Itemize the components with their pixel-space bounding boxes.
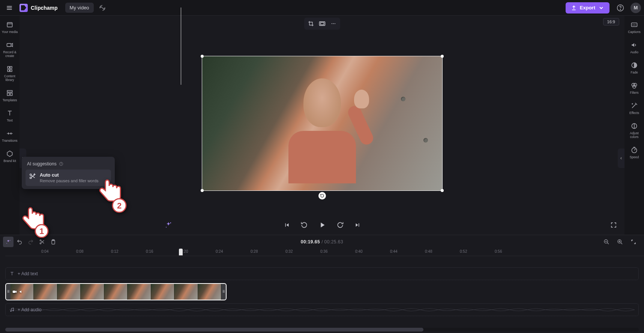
fullscreen-button[interactable] (608, 219, 619, 231)
svg-line-45 (607, 243, 609, 244)
inspector-item-adjust-colors[interactable]: Adjust colors (625, 119, 643, 142)
fit-timeline-button[interactable] (628, 237, 639, 247)
export-button[interactable]: Export (566, 2, 609, 14)
resize-handle-bottom-right[interactable] (441, 189, 444, 192)
sidebar-item-text[interactable]: Text (1, 106, 19, 125)
sidebar-label: Your media (2, 30, 18, 34)
split-button[interactable] (37, 237, 47, 247)
clip-trim-right[interactable]: ⠿ (221, 284, 226, 300)
video-clip[interactable]: ⠿ ⠿ (5, 283, 227, 300)
video-icon (12, 289, 17, 294)
svg-point-18 (331, 23, 332, 24)
sidebar-item-record-create[interactable]: Record & create (1, 38, 19, 61)
svg-rect-11 (8, 70, 9, 72)
svg-point-37 (10, 240, 11, 241)
total-time: 00:25.63 (324, 239, 344, 244)
svg-line-49 (621, 243, 622, 244)
audio-waveform-preview (9, 307, 635, 312)
tutorial-pointer-2: 2 (92, 178, 128, 213)
rewind-10-button[interactable] (299, 219, 310, 231)
svg-rect-6 (7, 22, 12, 27)
inspector-item-filters[interactable]: Filters (625, 79, 643, 98)
svg-point-29 (632, 104, 633, 104)
svg-rect-14 (7, 93, 9, 96)
volume-icon (19, 289, 24, 294)
svg-rect-15 (11, 93, 12, 96)
paste-button[interactable] (48, 237, 59, 247)
svg-point-19 (333, 23, 333, 24)
inspector-label: Effects (629, 111, 639, 115)
expand-right-panel-button[interactable] (618, 148, 624, 168)
ruler-tick: 0:28 (251, 249, 258, 254)
sync-status-icon (99, 4, 106, 11)
svg-text:1: 1 (39, 226, 44, 236)
resize-handle-top-left[interactable] (201, 55, 204, 58)
timeline-scrollbar[interactable] (5, 328, 639, 332)
sidebar-label: Templates (3, 98, 17, 102)
sidebar-item-transitions[interactable]: Transitions (1, 127, 19, 146)
sidebar-item-brand-kit[interactable]: Brand kit (1, 147, 19, 166)
aspect-ratio-selector[interactable]: 16:9 (603, 18, 619, 26)
text-icon (9, 271, 15, 276)
scissors-sparkle-icon (29, 172, 36, 180)
help-button[interactable] (614, 2, 627, 14)
export-label: Export (580, 5, 595, 10)
svg-point-36 (30, 174, 32, 176)
svg-point-28 (633, 85, 636, 88)
ai-effects-icon[interactable] (163, 219, 174, 231)
sidebar-label: Text (7, 118, 13, 122)
timeline-timecode: 00:19.65 / 00:25.63 (301, 239, 343, 244)
scrollbar-thumb[interactable] (5, 328, 423, 332)
svg-point-34 (61, 163, 61, 164)
sidebar-item-content-library[interactable]: Content library (1, 62, 19, 85)
resize-handle-top-right[interactable] (441, 55, 444, 58)
skip-previous-button[interactable] (281, 219, 293, 231)
user-avatar[interactable]: M (630, 3, 641, 13)
inspector-label: Adjust colors (626, 131, 642, 139)
zoom-in-button[interactable] (615, 237, 625, 247)
playhead-handle[interactable] (179, 249, 183, 255)
right-sidebar: CC Captions Audio Fade Filters Effects (624, 16, 644, 235)
redo-button (26, 237, 36, 247)
ai-suggestions-button[interactable] (3, 237, 14, 247)
logo[interactable]: Clipchamp (20, 4, 58, 12)
inspector-label: Filters (630, 91, 638, 94)
skip-next-button[interactable] (352, 219, 363, 231)
sidebar-item-your-media[interactable]: Your media (1, 18, 19, 37)
audio-track[interactable]: + Add audio (5, 303, 639, 316)
inspector-item-effects[interactable]: Effects (625, 99, 643, 118)
text-track[interactable]: + Add text (5, 267, 639, 280)
ruler-tick: 0:08 (76, 249, 83, 254)
inspector-item-speed[interactable]: Speed (625, 143, 643, 162)
rotate-handle[interactable] (318, 192, 326, 200)
ruler-tick: 0:24 (216, 249, 223, 254)
play-button[interactable] (316, 219, 329, 231)
timeline-ruler[interactable]: 0:040:080:120:160:200:240:280:320:360:40… (5, 249, 644, 256)
undo-button[interactable] (14, 237, 25, 247)
menu-button[interactable] (3, 2, 16, 14)
resize-handle-bottom-left[interactable] (201, 189, 204, 192)
svg-rect-13 (7, 90, 12, 92)
crop-button[interactable] (305, 19, 317, 28)
project-title-input[interactable]: My video (65, 3, 94, 13)
svg-rect-10 (10, 66, 12, 68)
sidebar-item-templates[interactable]: Templates (1, 86, 19, 105)
video-canvas[interactable] (202, 56, 443, 191)
zoom-out-button[interactable] (601, 237, 612, 247)
inspector-item-captions[interactable]: CC Captions (625, 18, 643, 37)
inspector-item-fade[interactable]: Fade (625, 58, 643, 77)
fit-fill-button[interactable] (317, 19, 328, 28)
forward-10-button[interactable] (335, 219, 346, 231)
svg-rect-12 (10, 70, 12, 72)
tutorial-pointer-1: 1 (14, 205, 52, 238)
inspector-item-audio[interactable]: Audio (625, 38, 643, 57)
ai-suggestions-title: AI suggestions (27, 161, 57, 166)
ruler-tick: 0:32 (285, 249, 293, 254)
clip-trim-left[interactable]: ⠿ (6, 284, 11, 300)
video-track: ⠿ ⠿ (5, 283, 639, 300)
ruler-tick: 0:40 (355, 249, 362, 254)
current-time: 00:19.65 (301, 239, 320, 244)
text-track-label: + Add text (18, 271, 38, 276)
svg-rect-17 (320, 22, 324, 25)
more-options-button[interactable] (328, 19, 339, 28)
